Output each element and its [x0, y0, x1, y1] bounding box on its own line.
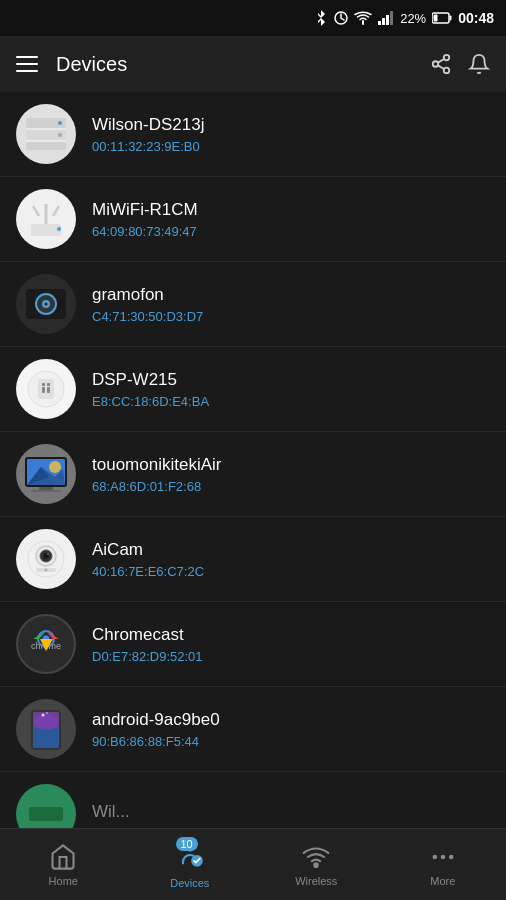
svg-point-16 — [58, 133, 62, 137]
svg-point-61 — [315, 863, 319, 867]
svg-point-63 — [440, 854, 445, 859]
hamburger-menu[interactable] — [16, 56, 38, 72]
nav-item-devices[interactable]: 10 Devices — [155, 841, 225, 889]
svg-point-55 — [42, 714, 45, 717]
svg-point-64 — [449, 854, 454, 859]
device-mac: 40:16:7E:E6:C7:2C — [92, 564, 490, 579]
nav-label-wireless: Wireless — [295, 875, 337, 887]
svg-rect-17 — [31, 224, 61, 236]
bluetooth-icon — [314, 10, 328, 26]
device-mac: 64:09:80:73:49:47 — [92, 224, 490, 239]
device-avatar — [16, 274, 76, 334]
device-info: gramofon C4:71:30:50:D3:D7 — [92, 285, 490, 324]
device-info: DSP-W215 E8:CC:18:6D:E4:BA — [92, 370, 490, 409]
router-icon — [21, 194, 71, 244]
more-icon — [429, 843, 457, 871]
list-item[interactable]: chrome Chromecast D0:E7:82:D9:52:01 — [0, 602, 506, 687]
device-avatar — [16, 784, 76, 828]
notification-icon[interactable] — [468, 53, 490, 75]
time-display: 00:48 — [458, 10, 494, 26]
device-avatar — [16, 189, 76, 249]
camera-icon — [21, 534, 71, 584]
nav-item-more[interactable]: More — [408, 843, 478, 887]
battery-icon — [432, 12, 452, 24]
page-title: Devices — [56, 53, 127, 76]
svg-point-56 — [46, 712, 48, 714]
devices-badge: 10 — [176, 837, 198, 851]
svg-rect-2 — [382, 18, 385, 25]
nav-item-home[interactable]: Home — [28, 843, 98, 887]
svg-point-10 — [444, 68, 450, 74]
mac-icon — [21, 449, 71, 499]
wireless-icon — [302, 843, 330, 871]
list-item[interactable]: AiCam 40:16:7E:E6:C7:2C — [0, 517, 506, 602]
svg-rect-58 — [29, 807, 63, 821]
device-info: android-9ac9be0 90:B6:86:88:F5:44 — [92, 710, 490, 749]
svg-point-21 — [57, 227, 61, 231]
svg-rect-7 — [434, 15, 438, 22]
device-name: android-9ac9be0 — [92, 710, 490, 730]
device-name: Chromecast — [92, 625, 490, 645]
svg-rect-14 — [26, 142, 66, 150]
device-mac: 90:B6:86:88:F5:44 — [92, 734, 490, 749]
clock-icon — [334, 11, 348, 25]
device-info: Wilson-DS213j 00:11:32:23:9E:B0 — [92, 115, 490, 154]
svg-rect-6 — [450, 16, 452, 21]
device-name: AiCam — [92, 540, 490, 560]
list-item[interactable]: android-9ac9be0 90:B6:86:88:F5:44 — [0, 687, 506, 772]
svg-line-20 — [53, 206, 59, 216]
device-name: DSP-W215 — [92, 370, 490, 390]
nas-icon — [22, 110, 70, 158]
wifi-icon — [354, 11, 372, 25]
status-bar: 22% 00:48 — [0, 0, 506, 36]
list-item[interactable]: Wilson-DS213j 00:11:32:23:9E:B0 — [0, 92, 506, 177]
list-item[interactable]: touomonikitekiAir 68:A8:6D:01:F2:68 — [0, 432, 506, 517]
device-avatar — [16, 444, 76, 504]
device-info: AiCam 40:16:7E:E6:C7:2C — [92, 540, 490, 579]
svg-rect-53 — [33, 728, 59, 748]
app-header: Devices — [0, 36, 506, 92]
device-avatar — [16, 359, 76, 419]
nav-item-wireless[interactable]: Wireless — [281, 843, 351, 887]
device-name: gramofon — [92, 285, 490, 305]
svg-point-54 — [34, 714, 58, 730]
nav-label-home: Home — [49, 875, 78, 887]
list-item[interactable]: MiWiFi-R1CM 64:09:80:73:49:47 — [0, 177, 506, 262]
svg-rect-30 — [42, 383, 45, 386]
svg-rect-4 — [390, 11, 393, 25]
share-icon[interactable] — [430, 53, 452, 75]
chromecast-icon: chrome — [21, 619, 71, 669]
device-mac: 00:11:32:23:9E:B0 — [92, 139, 490, 154]
svg-rect-27 — [38, 379, 54, 399]
signal-icon — [378, 11, 394, 25]
nav-label-more: More — [430, 875, 455, 887]
svg-point-36 — [49, 461, 61, 473]
device-avatar — [16, 699, 76, 759]
device-name: Wilson-DS213j — [92, 115, 490, 135]
device-name: MiWiFi-R1CM — [92, 200, 490, 220]
bottom-navigation: Home 10 Devices Wireless — [0, 828, 506, 900]
device-mac: D0:E7:82:D9:52:01 — [92, 649, 490, 664]
svg-point-45 — [45, 569, 48, 572]
svg-point-15 — [58, 121, 62, 125]
header-left: Devices — [16, 53, 127, 76]
battery-percentage: 22% — [400, 11, 426, 26]
svg-point-43 — [47, 553, 49, 555]
svg-point-8 — [444, 55, 450, 61]
device-name: touomonikitekiAir — [92, 455, 490, 475]
device-avatar — [16, 104, 76, 164]
svg-rect-29 — [47, 387, 50, 393]
device-name: Wil... — [92, 802, 490, 822]
gramofon-icon — [21, 279, 71, 329]
device-mac: 68:A8:6D:01:F2:68 — [92, 479, 490, 494]
list-item[interactable]: Wil... — [0, 772, 506, 828]
device-info: MiWiFi-R1CM 64:09:80:73:49:47 — [92, 200, 490, 239]
status-icons: 22% 00:48 — [314, 10, 494, 26]
svg-point-25 — [45, 303, 48, 306]
home-icon — [49, 843, 77, 871]
list-item[interactable]: gramofon C4:71:30:50:D3:D7 — [0, 262, 506, 347]
svg-rect-31 — [47, 383, 50, 386]
svg-rect-38 — [31, 490, 61, 492]
list-item[interactable]: DSP-W215 E8:CC:18:6D:E4:BA — [0, 347, 506, 432]
device-info: touomonikitekiAir 68:A8:6D:01:F2:68 — [92, 455, 490, 494]
